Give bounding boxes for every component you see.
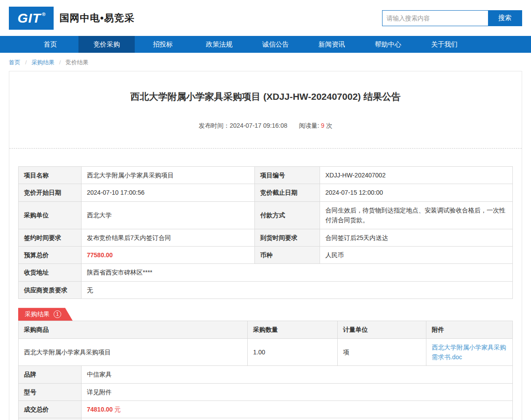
field-label: 型号 [19,383,82,400]
breadcrumb: 首页 / 采购结果 / 竞价结果 [0,53,531,71]
views-unit: 次 [326,122,332,129]
field-label: 项目名称 [19,167,82,184]
attachment-link[interactable]: 西北大学附属小学家具采购需求书.doc [432,344,506,361]
field-value: 无 [82,281,513,298]
field-value: 陕西省西安市碑林区**** [82,264,513,281]
field-value: 西安爵尚达智能系统有限公司 [82,418,513,420]
field-label: 项目编号 [255,167,320,184]
table-row: 西北大学附属小学家具采购项目 1.00 项 西北大学附属小学家具采购需求书.do… [19,338,513,366]
search-group: 搜索 [382,10,522,26]
breadcrumb-procurement-results-link[interactable]: 采购结果 [31,59,55,66]
search-input[interactable] [383,11,488,26]
field-label: 成交供应商 [19,418,82,420]
table-row: 签约时间要求 发布竞价结果后7天内签订合同 到货时间要求 合同签订后25天内送达 [19,229,513,246]
nav-item-tendering[interactable]: 招投标 [135,36,191,53]
deal-total-price: 74810.00 [87,406,113,413]
field-value: 详见附件 [82,383,513,400]
logo-text: GIT [17,11,41,26]
field-value: XDJJ-HW-202407002 [320,167,513,184]
registered-mark-icon: ® [42,12,46,17]
breadcrumb-current: 竞价结果 [66,59,89,66]
result-detail-table: 品牌 中信家具 型号 详见附件 成交总价 74810.00 元 成交供应商 西安… [18,365,513,420]
nav-item-bidding-procurement[interactable]: 竞价采购 [78,36,135,53]
field-label: 收货地址 [19,264,82,281]
badge-count-circle-icon: 1 [54,310,61,318]
nav-item-help-center[interactable]: 帮助中心 [360,36,416,53]
views-count: 9 [321,122,324,129]
breadcrumb-separator: / [25,59,27,66]
search-button[interactable]: 搜索 [488,11,522,26]
field-value: 合同签订后25天内送达 [320,229,513,246]
procurement-result-badge: 采购结果 1 [18,308,73,321]
deal-price-unit: 元 [113,406,121,413]
main-nav: 首页 竞价采购 招投标 政策法规 诚信公告 新闻资讯 帮助中心 关于我们 [0,36,531,53]
table-row: 预算总价 77580.00 币种 人民币 [19,246,513,263]
card-inner: 项目名称 西北大学附属小学家具采购项目 项目编号 XDJJ-HW-2024070… [9,149,522,420]
field-label: 成交总价 [19,401,82,418]
announcement-card: 西北大学附属小学家具采购项目 (XDJJ-HW-202407002) 结果公告 … [9,71,522,420]
table-row: 成交供应商 西安爵尚达智能系统有限公司 [19,418,513,420]
table-row: 收货地址 陕西省西安市碑林区**** [19,264,513,281]
table-row: 项目名称 西北大学附属小学家具采购项目 项目编号 XDJJ-HW-2024070… [19,167,513,184]
site-name: 国网中电•易竞采 [59,12,135,25]
table-row: 成交总价 74810.00 元 [19,401,513,418]
field-value: 人民币 [320,246,513,263]
product-name: 西北大学附属小学家具采购项目 [19,338,248,366]
field-value: 发布竞价结果后7天内签订合同 [82,229,255,246]
table-row: 型号 详见附件 [19,383,513,400]
column-header-quantity: 采购数量 [248,321,338,338]
field-label: 竞价开始日期 [19,184,82,201]
table-row: 供应商资质要求 无 [19,281,513,298]
column-header-product: 采购商品 [19,321,248,338]
field-label: 竞价截止日期 [255,184,320,201]
badge-label: 采购结果 [25,310,50,318]
nav-item-news[interactable]: 新闻资讯 [304,36,360,53]
column-header-attachment: 附件 [426,321,513,338]
field-label: 签约时间要求 [19,229,82,246]
field-value: 合同生效后，待货物到达指定地点、安装调试验收合格后，一次性付清合同货款。 [320,201,513,229]
nav-item-home[interactable]: 首页 [22,36,78,53]
budget-total-price: 77580.00 [82,246,255,263]
field-label: 到货时间要求 [255,229,320,246]
site-header: GIT® 国网中电•易竞采 搜索 [0,0,531,36]
product-unit: 项 [338,338,426,366]
field-label: 付款方式 [255,201,320,229]
field-value: 2024-07-15 12:00:00 [320,184,513,201]
site-logo[interactable]: GIT® [9,7,54,30]
field-value: 西北大学附属小学家具采购项目 [82,167,255,184]
field-label: 预算总价 [19,246,82,263]
field-label: 供应商资质要求 [19,281,82,298]
field-label: 采购单位 [19,201,82,229]
table-row: 竞价开始日期 2024-07-10 17:00:56 竞价截止日期 2024-0… [19,184,513,201]
publish-time-label: 发布时间： [199,122,230,129]
product-quantity: 1.00 [248,338,338,366]
nav-item-policies[interactable]: 政策法规 [191,36,247,53]
goods-table: 采购商品 采购数量 计量单位 附件 西北大学附属小学家具采购项目 1.00 项 … [18,321,513,366]
breadcrumb-home-link[interactable]: 首页 [9,59,20,66]
field-value: 2024-07-10 17:00:56 [82,184,255,201]
field-value: 西北大学 [82,201,255,229]
publish-time-value: 2024-07-17 09:16:08 [230,122,287,129]
table-header-row: 采购商品 采购数量 计量单位 附件 [19,321,513,338]
field-value: 中信家具 [82,366,513,383]
nav-item-about-us[interactable]: 关于我们 [416,36,472,53]
field-label: 品牌 [19,366,82,383]
table-row: 采购单位 西北大学 付款方式 合同生效后，待货物到达指定地点、安装调试验收合格后… [19,201,513,229]
field-label: 币种 [255,246,320,263]
views-label: 阅读量: [299,122,319,129]
page-title: 西北大学附属小学家具采购项目 (XDJJ-HW-202407002) 结果公告 [23,90,508,103]
project-info-table: 项目名称 西北大学附属小学家具采购项目 项目编号 XDJJ-HW-2024070… [18,166,513,299]
table-row: 品牌 中信家具 [19,366,513,383]
article-meta: 发布时间：2024-07-17 09:16:08阅读量: 9 次 [9,122,522,130]
nav-item-integrity-notices[interactable]: 诚信公告 [247,36,304,53]
breadcrumb-separator: / [59,59,61,66]
column-header-unit: 计量单位 [338,321,426,338]
